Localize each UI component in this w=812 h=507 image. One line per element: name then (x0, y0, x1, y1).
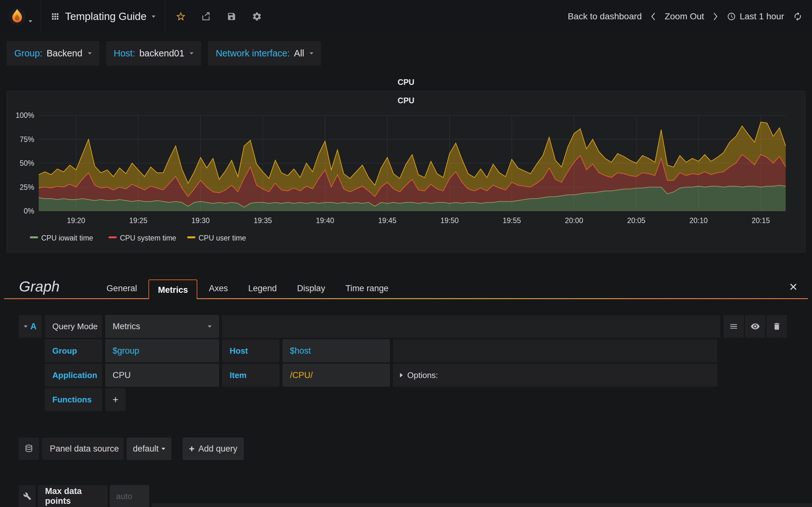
tab-general[interactable]: General (98, 279, 146, 298)
back-to-dashboard-button[interactable]: Back to dashboard (568, 11, 642, 21)
tab-display[interactable]: Display (288, 279, 334, 298)
clock-icon (727, 12, 736, 21)
caret-down-icon (161, 448, 165, 450)
template-var-network-interface[interactable]: Network interface: All (208, 41, 321, 66)
tab-axes[interactable]: Axes (200, 279, 237, 298)
menu-icon (729, 322, 738, 331)
graph-panel-wrap: CPU CPU 0%25%50%75%100%19:2019:2519:3019… (7, 76, 805, 252)
caret-right-icon (400, 373, 403, 377)
caret-down-icon (310, 52, 313, 55)
svg-text:0%: 0% (24, 207, 34, 215)
datasource-icon-cell (19, 438, 39, 460)
template-var-host[interactable]: Host: backend01 (106, 41, 201, 66)
wrench-icon-cell (19, 485, 36, 507)
share-dashboard-button[interactable] (195, 0, 217, 33)
right-spacer (720, 339, 787, 362)
svg-text:19:35: 19:35 (254, 216, 272, 225)
dashboard-title-dropdown[interactable]: Templating Guide (41, 0, 165, 33)
legend-swatch (108, 236, 117, 238)
time-range-label: Last 1 hour (740, 11, 784, 21)
query-ref-toggle[interactable]: A (19, 315, 42, 338)
indent-spacer (19, 364, 42, 387)
refresh-button[interactable] (793, 12, 803, 21)
dashboard-settings-button[interactable] (246, 0, 268, 33)
indent-spacer (19, 388, 42, 411)
add-function-button[interactable]: + (105, 388, 125, 411)
star-icon (175, 11, 186, 22)
grafana-logo-menu[interactable] (0, 0, 41, 33)
datasource-row: Panel data source default + Add query (19, 438, 787, 460)
group-value-input[interactable]: $group (105, 339, 219, 362)
max-data-points-input[interactable] (110, 485, 149, 507)
query-row-a: A Query Mode Metrics (19, 315, 787, 338)
close-editor-button[interactable]: × (789, 280, 798, 294)
query-toggle-visibility-button[interactable] (745, 315, 765, 338)
chart-title[interactable]: CPU (7, 91, 805, 108)
grafana-app: Templating Guide (0, 0, 812, 507)
caret-down-icon (208, 326, 212, 328)
svg-text:19:55: 19:55 (503, 216, 521, 225)
add-query-button[interactable]: + Add query (183, 438, 244, 460)
top-navbar: Templating Guide (0, 0, 812, 33)
time-shift-left-button[interactable] (651, 12, 656, 21)
zoom-out-button[interactable]: Zoom Out (664, 11, 704, 21)
svg-text:75%: 75% (20, 135, 34, 144)
host-label: Host (222, 339, 280, 362)
datasource-value: default (133, 444, 159, 454)
template-var-label: Network interface: (216, 48, 290, 59)
query-row-group-host: Group $group Host $host (19, 339, 787, 362)
caret-down-icon (152, 15, 155, 18)
tab-time-range[interactable]: Time range (337, 279, 397, 298)
svg-text:19:25: 19:25 (129, 216, 148, 225)
star-dashboard-button[interactable] (170, 0, 192, 33)
query-row-application-item: Application CPU Item /CPU/ Options: (19, 364, 787, 387)
functions-label: Functions (45, 388, 102, 411)
query-ref-id: A (31, 322, 37, 331)
database-icon (24, 444, 33, 453)
grafana-logo-icon (8, 8, 26, 25)
template-var-label: Group: (14, 48, 43, 59)
template-var-group[interactable]: Group: Backend (7, 41, 99, 66)
svg-text:20:15: 20:15 (752, 216, 770, 225)
legend-item[interactable]: CPU user time (199, 234, 246, 242)
query-mode-select[interactable]: Metrics (105, 315, 219, 338)
application-label: Application (45, 364, 102, 387)
svg-text:25%: 25% (20, 183, 34, 191)
template-var-label: Host: (114, 48, 136, 59)
svg-text:20:05: 20:05 (627, 216, 646, 225)
query-row-functions: Functions + (19, 388, 787, 411)
gear-icon (252, 11, 262, 21)
item-label: Item (222, 364, 280, 387)
navbar-right: Back to dashboard Zoom Out Last 1 hour (568, 11, 812, 21)
save-icon (227, 12, 236, 21)
panel-header-title[interactable]: CPU (7, 76, 805, 88)
svg-text:20:00: 20:00 (565, 216, 583, 225)
host-value-input[interactable]: $host (283, 339, 390, 362)
options-toggle[interactable]: Options: (393, 364, 717, 387)
group-label: Group (45, 339, 102, 362)
legend-swatch (187, 236, 195, 238)
application-value-input[interactable]: CPU (105, 364, 219, 387)
query-mode-label: Query Mode (45, 315, 102, 338)
time-range-picker[interactable]: Last 1 hour (727, 11, 784, 21)
legend-swatch (30, 236, 38, 238)
cpu-stacked-area-chart[interactable]: 0%25%50%75%100%19:2019:2519:3019:3519:40… (7, 108, 805, 251)
save-dashboard-button[interactable] (220, 0, 243, 33)
item-value-input[interactable]: /CPU/ (283, 364, 390, 387)
svg-text:100%: 100% (15, 111, 34, 119)
legend-item[interactable]: CPU iowait time (41, 234, 93, 242)
tab-metrics[interactable]: Metrics (148, 279, 198, 299)
editor-accent-underline (4, 298, 808, 299)
query-delete-button[interactable] (767, 315, 787, 338)
legend-item[interactable]: CPU system time (120, 234, 176, 242)
query-menu-button[interactable] (723, 315, 744, 338)
svg-text:19:20: 19:20 (67, 216, 85, 225)
tab-legend[interactable]: Legend (240, 279, 286, 298)
next-row-edge (152, 503, 812, 507)
max-data-points-label: Max data points (38, 485, 107, 507)
editor-header: Graph General Metrics Axes Legend Displa… (0, 270, 812, 298)
datasource-select[interactable]: default (127, 438, 171, 460)
metrics-tab-body: A Query Mode Metrics (0, 299, 812, 507)
options-label: Options: (407, 371, 438, 380)
time-shift-right-button[interactable] (713, 12, 718, 21)
